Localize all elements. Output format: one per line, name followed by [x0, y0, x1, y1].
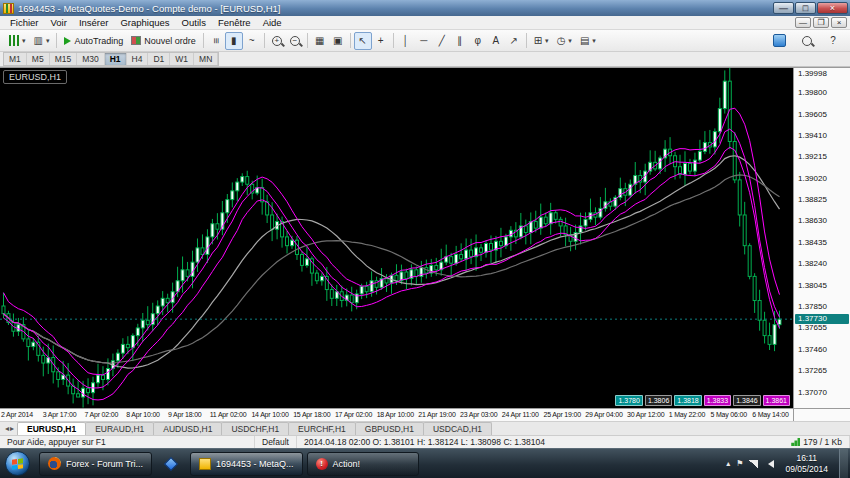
- status-profile[interactable]: Default: [255, 436, 297, 448]
- connection-icon: [791, 438, 800, 446]
- taskbar-task-firefox[interactable]: Forex - Forum Tri...: [39, 452, 152, 476]
- indicators-button[interactable]: ⊞▾: [530, 32, 553, 50]
- zoom-in-button[interactable]: +: [268, 32, 286, 50]
- system-tray: ▴ ⚑ 16:1109/05/2014: [726, 449, 850, 478]
- text-tool-button[interactable]: A: [487, 32, 505, 50]
- taskbar-clock[interactable]: 16:1109/05/2014: [780, 453, 833, 473]
- templates-button[interactable]: ▤▾: [576, 32, 600, 50]
- trendline-button[interactable]: ╱: [433, 32, 451, 50]
- menu-inserer[interactable]: Insérer: [73, 17, 115, 28]
- volume-icon[interactable]: [764, 460, 774, 468]
- channel-icon: ∥: [457, 36, 462, 46]
- time-tick: 5 May 06:00: [711, 411, 747, 418]
- crosshair-button[interactable]: +: [372, 32, 390, 50]
- help-icon: ?: [830, 36, 836, 46]
- timeframe-mn[interactable]: MN: [194, 53, 218, 65]
- cursor-icon: ↖: [359, 36, 367, 46]
- maximize-button[interactable]: □: [795, 2, 816, 14]
- autotrading-button[interactable]: AutoTrading: [60, 32, 127, 50]
- fibonacci-button[interactable]: φ: [469, 32, 487, 50]
- action-center-flag-icon[interactable]: ⚑: [736, 459, 743, 468]
- price-axis[interactable]: 1.399981.398001.396051.394101.392151.390…: [793, 68, 850, 408]
- metatrader-window: 1694453 - MetaQuotes-Demo - Compte demo …: [0, 0, 850, 478]
- time-tick: 1 May 22:00: [669, 411, 705, 418]
- tabs-scroll-left-button[interactable]: ◂: [5, 424, 9, 433]
- arrow-tool-button[interactable]: ↗: [505, 32, 523, 50]
- tile-windows-button[interactable]: ▦: [311, 32, 329, 50]
- candlestick-chart[interactable]: EURUSD,H1 1.37801.38061.38181.38331.3846…: [0, 68, 793, 408]
- status-traffic: 179 / 1 Kb: [784, 436, 850, 448]
- indicator-tags-row: 1.37801.38061.38181.38331.38461.3861: [615, 395, 790, 406]
- community-icon: [773, 34, 786, 47]
- new-order-button[interactable]: Nouvel ordre: [127, 32, 200, 50]
- tab-euraud[interactable]: EURAUD,H1: [85, 422, 154, 435]
- timeframe-h1[interactable]: H1: [105, 53, 127, 65]
- indicator-value-tag: 1.3833: [704, 395, 731, 406]
- tab-usdchf[interactable]: USDCHF,H1: [221, 422, 289, 435]
- bars-chart-icon: ≡: [211, 38, 221, 44]
- show-desktop-button[interactable]: [839, 449, 848, 478]
- menu-graphiques[interactable]: Graphiques: [114, 17, 175, 28]
- title-bar: 1694453 - MetaQuotes-Demo - Compte demo …: [0, 0, 850, 16]
- start-button[interactable]: [5, 451, 30, 476]
- timeframe-m15[interactable]: M15: [50, 53, 78, 65]
- toolbar: ▾ ▥▾ AutoTrading Nouvel ordre ≡ ▮ ~ + − …: [0, 30, 850, 52]
- candlestick-chart-button[interactable]: ▮: [225, 32, 243, 50]
- hidden-icons-chevron-icon[interactable]: ▴: [726, 459, 730, 468]
- mdi-close-button[interactable]: ×: [831, 17, 847, 28]
- price-tick: 1.37265: [798, 366, 827, 375]
- zoom-out-button[interactable]: −: [286, 32, 304, 50]
- tab-gbpusd[interactable]: GBPUSD,H1: [355, 422, 424, 435]
- time-tick: 11 Apr 02:00: [210, 411, 247, 418]
- time-tick: 23 Apr 03:00: [460, 411, 497, 418]
- tab-audusd[interactable]: AUDUSD,H1: [153, 422, 222, 435]
- line-chart-button[interactable]: ~: [243, 32, 261, 50]
- menu-aide[interactable]: Aide: [257, 17, 288, 28]
- minimize-button[interactable]: —: [773, 2, 794, 14]
- vertical-line-button[interactable]: │: [397, 32, 415, 50]
- profiles-button[interactable]: ▥▾: [30, 32, 54, 50]
- mdi-restore-button[interactable]: ❐: [813, 17, 829, 28]
- timeframe-h4[interactable]: H4: [127, 53, 149, 65]
- price-tick: 1.38630: [798, 216, 827, 225]
- time-tick: 24 Apr 11:00: [502, 411, 539, 418]
- tab-usdcad[interactable]: USDCAD,H1: [423, 422, 492, 435]
- tabs-scroll-right-button[interactable]: ▸: [10, 424, 14, 433]
- community-button[interactable]: [769, 32, 790, 50]
- close-button[interactable]: ×: [817, 2, 848, 14]
- search-button[interactable]: [798, 32, 816, 50]
- tab-eurchf[interactable]: EURCHF,H1: [288, 422, 356, 435]
- cursor-button[interactable]: ↖: [354, 32, 372, 50]
- taskbar-pinned-app[interactable]: [156, 452, 186, 476]
- help-button[interactable]: ?: [824, 32, 842, 50]
- periods-button[interactable]: ◷▾: [553, 32, 576, 50]
- taskbar-task-action[interactable]: !Action!: [307, 452, 419, 476]
- new-chart-button[interactable]: ▾: [4, 32, 30, 50]
- crosshair-icon: +: [378, 36, 384, 46]
- chart-canvas[interactable]: [0, 68, 793, 408]
- cascade-windows-button[interactable]: ▣: [329, 32, 347, 50]
- mdi-minimize-button[interactable]: —: [795, 17, 811, 28]
- horizontal-line-button[interactable]: ─: [415, 32, 433, 50]
- tab-eurusd[interactable]: EURUSD,H1: [17, 422, 86, 435]
- menu-fenetre[interactable]: Fenêtre: [212, 17, 257, 28]
- time-axis[interactable]: 2 Apr 20143 Apr 17:007 Apr 02:008 Apr 10…: [0, 408, 793, 421]
- timeframe-m30[interactable]: M30: [77, 53, 105, 65]
- timeframe-m5[interactable]: M5: [27, 53, 50, 65]
- metatrader-icon: [199, 458, 211, 470]
- menu-outils[interactable]: Outils: [176, 17, 212, 28]
- menu-voir[interactable]: Voir: [45, 17, 73, 28]
- indicator-value-tag: 1.3806: [645, 395, 672, 406]
- channel-button[interactable]: ∥: [451, 32, 469, 50]
- time-tick: 2 Apr 2014: [1, 411, 33, 418]
- price-tick: 1.39998: [798, 69, 827, 78]
- timeframe-w1[interactable]: W1: [170, 53, 194, 65]
- bars-chart-button[interactable]: ≡: [207, 32, 225, 50]
- timeframe-m1[interactable]: M1: [4, 53, 27, 65]
- taskbar-task-metatrader[interactable]: 1694453 - MetaQ...: [190, 452, 303, 476]
- network-icon[interactable]: [749, 460, 758, 468]
- chevron-down-icon: ▾: [568, 37, 572, 45]
- menu-fichier[interactable]: Fichier: [4, 17, 45, 28]
- timeframe-d1[interactable]: D1: [148, 53, 170, 65]
- horizontal-line-icon: ─: [420, 36, 427, 46]
